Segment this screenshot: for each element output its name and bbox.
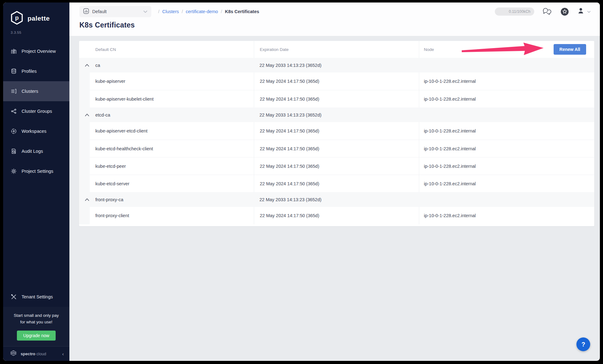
sidebar-item-cluster-groups[interactable]: Cluster Groups	[3, 101, 69, 121]
group-row-etcd-ca[interactable]: etcd-ca22 May 2033 14:13:23 (3652d)	[79, 107, 594, 122]
group-row-ca[interactable]: ca22 May 2033 14:13:23 (3652d)	[79, 58, 594, 72]
certificate-expiration: 22 May 2024 14:17:50 (365d)	[254, 175, 419, 192]
sidebar-item-audit-logs[interactable]: Audit Logs	[3, 141, 69, 161]
upgrade-now-button[interactable]: Upgrade now	[17, 331, 55, 341]
sidebar: p palette 3.3.55 Project OverviewProfile…	[3, 2, 69, 361]
brand-name: palette	[28, 15, 50, 22]
certificate-row-kube-etcd-server: kube-etcd-server22 May 2024 14:17:50 (36…	[90, 175, 594, 192]
breadcrumb-item-clusters[interactable]: Clusters	[162, 9, 179, 14]
sidebar-collapse-icon[interactable]: ‹	[62, 351, 64, 357]
certificate-row-kube-etcd-peer: kube-etcd-peer22 May 2024 14:17:50 (365d…	[90, 157, 594, 175]
certificate-node: ip-10-0-1-228.ec2.internal	[419, 140, 594, 157]
clusters-list-icon	[11, 88, 17, 94]
group-children-etcd-ca: kube-apiserver-etcd-client22 May 2024 14…	[79, 122, 594, 192]
chevron-down-icon	[587, 9, 591, 14]
user-menu[interactable]	[577, 7, 591, 16]
sidebar-item-label: Audit Logs	[22, 149, 43, 154]
breadcrumb: /Clusters/certificate-demo/K8s Certifica…	[158, 9, 259, 14]
column-header-expiration-date: Expiration Date	[254, 41, 419, 58]
footer-brand: spectro cloud	[21, 352, 46, 356]
topbar-right: 0.11/100kCh	[495, 7, 591, 16]
certificate-node: ip-10-0-1-228.ec2.internal	[419, 207, 594, 224]
promo-text: Start small and only pay for what you us…	[8, 312, 65, 326]
certificate-row-front-proxy-client: front-proxy-client22 May 2024 14:17:50 (…	[90, 207, 594, 224]
certificate-node: ip-10-0-1-228.ec2.internal	[419, 157, 594, 175]
breadcrumb-item-certificate-demo[interactable]: certificate-demo	[186, 9, 218, 14]
chat-icon[interactable]	[542, 7, 552, 16]
content: Default CN Expiration Date Node Renew Al…	[69, 36, 600, 361]
sidebar-footer: spectro cloud ‹	[3, 346, 69, 361]
chevron-up-icon[interactable]	[85, 64, 89, 67]
page-title: K8s Certificates	[79, 21, 591, 29]
chevron-down-icon	[143, 9, 148, 14]
sidebar-item-label: Project Settings	[22, 169, 53, 174]
sidebar-item-label: Clusters	[22, 89, 38, 94]
certificate-row-kube-etcd-healthcheck-client: kube-etcd-healthcheck-client22 May 2024 …	[90, 140, 594, 157]
sidebar-item-label: Project Overview	[22, 49, 56, 54]
sidebar-item-label: Cluster Groups	[22, 109, 52, 114]
certificate-node: ip-10-0-1-228.ec2.internal	[419, 72, 594, 90]
sidebar-item-profiles[interactable]: Profiles	[3, 61, 69, 81]
table-body: ca22 May 2033 14:13:23 (3652d)kube-apise…	[79, 58, 594, 224]
column-header-default-cn: Default CN	[79, 47, 254, 52]
certificates-table: Default CN Expiration Date Node Renew Al…	[79, 41, 594, 226]
table-header-row: Default CN Expiration Date Node Renew Al…	[79, 41, 594, 58]
certificate-expiration: 22 May 2024 14:17:50 (365d)	[254, 140, 419, 157]
sidebar-item-tenant-settings[interactable]: Tenant Settings	[3, 287, 69, 307]
app-version: 3.3.55	[3, 26, 69, 34]
group-expiration: 22 May 2033 14:13:23 (3652d)	[254, 112, 419, 117]
renew-all-button[interactable]: Renew All	[554, 44, 586, 55]
gear-icon	[11, 168, 17, 174]
certificate-name: kube-apiserver-kubelet-client	[90, 97, 254, 102]
project-selector[interactable]: Default	[79, 6, 151, 17]
certificate-name: kube-apiserver	[90, 79, 254, 84]
brand-logo: p palette	[3, 2, 69, 26]
group-expiration: 22 May 2033 14:13:23 (3652d)	[254, 197, 419, 202]
group-children-ca: kube-apiserver22 May 2024 14:17:50 (365d…	[79, 72, 594, 107]
upgrade-promo: Start small and only pay for what you us…	[3, 307, 69, 346]
group-expiration: 22 May 2033 14:13:23 (3652d)	[254, 63, 419, 68]
sidebar-item-label: Profiles	[22, 69, 37, 74]
certificate-row-kube-apiserver-etcd-client: kube-apiserver-etcd-client22 May 2024 14…	[90, 122, 594, 140]
help-button[interactable]: ?	[576, 337, 590, 351]
app-window: p palette 3.3.55 Project OverviewProfile…	[3, 2, 600, 361]
sidebar-item-project-settings[interactable]: Project Settings	[3, 161, 69, 181]
cluster-groups-network-icon	[11, 108, 17, 114]
certificate-name: kube-etcd-server	[90, 181, 254, 186]
header-band: Default /Clusters/certificate-demo/K8s C…	[69, 2, 600, 36]
breadcrumb-item-k8s-certificates: K8s Certificates	[225, 9, 259, 14]
notifications-star-icon[interactable]	[560, 7, 569, 16]
workspaces-icon	[11, 128, 17, 134]
certificate-row-kube-apiserver: kube-apiserver22 May 2024 14:17:50 (365d…	[90, 72, 594, 90]
spectro-cloud-logo-icon	[9, 349, 18, 358]
group-name: front-proxy-ca	[79, 197, 254, 202]
sidebar-item-label: Workspaces	[22, 129, 47, 134]
audit-logs-icon	[11, 148, 17, 154]
sidebar-item-clusters[interactable]: Clusters	[3, 81, 69, 101]
group-row-front-proxy-ca[interactable]: front-proxy-ca22 May 2033 14:13:23 (3652…	[79, 192, 594, 207]
certificate-name: front-proxy-client	[90, 213, 254, 218]
certificate-node: ip-10-0-1-228.ec2.internal	[419, 175, 594, 192]
certificate-expiration: 22 May 2024 14:17:50 (365d)	[254, 90, 419, 107]
group-name: ca	[79, 63, 254, 68]
breadcrumb-separator: /	[221, 9, 222, 14]
sidebar-item-label: Tenant Settings	[22, 294, 53, 299]
chevron-up-icon[interactable]	[85, 198, 89, 201]
sidebar-item-workspaces[interactable]: Workspaces	[3, 121, 69, 141]
project-chart-icon	[83, 8, 89, 15]
tools-icon	[11, 294, 17, 300]
chevron-up-icon[interactable]	[85, 113, 89, 117]
chart-overview-icon	[11, 48, 17, 54]
sidebar-item-project-overview[interactable]: Project Overview	[3, 41, 69, 61]
user-icon	[577, 7, 585, 16]
palette-logo-icon: p	[10, 11, 24, 26]
sidebar-spacer	[3, 181, 69, 287]
usage-meter: 0.11/100kCh	[495, 7, 534, 16]
sidebar-nav: Project OverviewProfilesClustersCluster …	[3, 41, 69, 181]
group-children-front-proxy-ca: front-proxy-client22 May 2024 14:17:50 (…	[79, 207, 594, 224]
breadcrumb-separator: /	[158, 9, 159, 14]
certificate-name: kube-etcd-peer	[90, 164, 254, 169]
certificate-node: ip-10-0-1-228.ec2.internal	[419, 122, 594, 140]
certificate-expiration: 22 May 2024 14:17:50 (365d)	[254, 122, 419, 140]
certificate-row-kube-apiserver-kubelet-client: kube-apiserver-kubelet-client22 May 2024…	[90, 90, 594, 107]
